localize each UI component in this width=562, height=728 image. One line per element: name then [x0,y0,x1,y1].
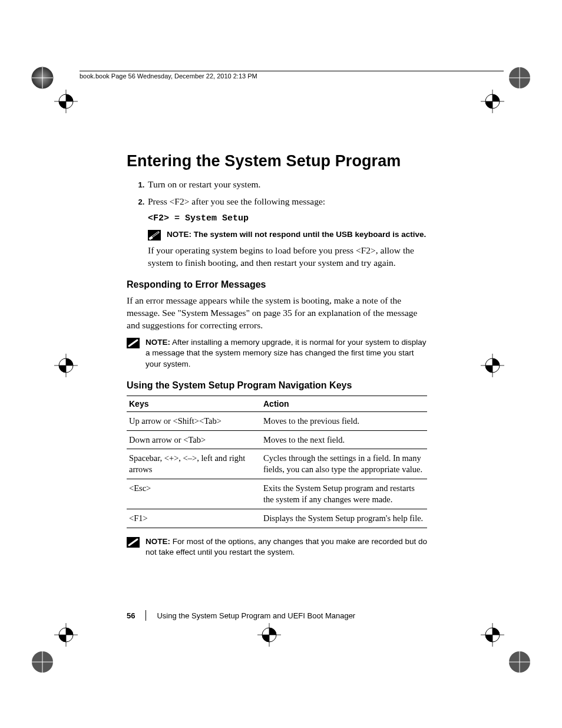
cell-keys: Up arrow or <Shift><Tab> [127,411,261,430]
page-content: Entering the System Setup Program Turn o… [127,152,427,561]
crop-mark-br [497,640,533,675]
note-1: NOTE: The system will not respond until … [148,229,427,241]
nav-keys-table: Keys Action Up arrow or <Shift><Tab> Mov… [127,396,427,528]
cell-keys: Spacebar, <+>, <–>, left and right arrow… [127,449,261,479]
svg-point-22 [59,628,73,642]
heading-nav-keys: Using the System Setup Program Navigatio… [127,380,427,391]
footer-separator [146,610,146,621]
footer-title: Using the System Setup Program and UEFI … [157,611,355,620]
note-icon [148,229,161,241]
note-3-body: NOTE: For most of the options, any chang… [146,536,427,558]
svg-point-0 [32,67,53,88]
note-3-label: NOTE: [146,537,170,546]
note-1-body: NOTE: The system will not respond until … [167,229,426,240]
svg-point-19 [32,651,53,673]
svg-point-31 [485,628,500,642]
table-header-row: Keys Action [127,396,427,411]
cell-action: Cycles through the settings in a field. … [261,449,427,479]
crop-mark-tr [497,65,533,100]
note-2: NOTE: After installing a memory upgrade,… [127,337,427,370]
cell-action: Displays the System Setup program's help… [261,509,427,528]
step-2-text: Press <F2> after you see the following m… [148,196,325,206]
step-1-text: Turn on or restart your system. [148,179,260,189]
step-2: Press <F2> after you see the following m… [147,196,427,269]
crop-mark-tl [29,65,65,100]
note-3-text: For most of the options, any changes tha… [146,537,427,556]
table-row: Spacebar, <+>, <–>, left and right arrow… [127,449,427,479]
page-number: 56 [127,611,135,620]
cell-keys: <F1> [127,509,261,528]
cell-keys: <Esc> [127,479,261,509]
svg-point-7 [509,67,530,88]
step-1: Turn on or restart your system. [147,179,427,191]
col-keys: Keys [127,396,261,411]
crop-registration-tl [53,88,82,118]
crop-registration-br [480,622,509,651]
note-icon [127,536,140,548]
crop-registration-bl [53,622,82,651]
svg-point-28 [509,651,530,673]
table-row: Down arrow or <Tab> Moves to the next fi… [127,430,427,449]
svg-point-1 [32,67,53,88]
steps-list: Turn on or restart your system. Press <F… [127,179,427,269]
crop-registration-ml [53,353,82,382]
svg-point-4 [59,94,73,108]
note-1-text: The system will not respond until the US… [191,230,426,239]
col-action: Action [261,396,427,411]
cell-keys: Down arrow or <Tab> [127,430,261,449]
cell-action: Moves to the previous field. [261,411,427,430]
page-title: Entering the System Setup Program [127,152,427,170]
page-header-strip: book.book Page 56 Wednesday, December 22… [80,71,504,80]
table-row: <Esc> Exits the System Setup program and… [127,479,427,509]
crop-registration-bc [256,622,286,651]
table-row: Up arrow or <Shift><Tab> Moves to the pr… [127,411,427,430]
note-2-text: After installing a memory upgrade, it is… [146,338,426,368]
crop-registration-tr [480,88,509,118]
header-strip-text: book.book Page 56 Wednesday, December 22… [80,73,257,80]
crop-mark-bl [29,640,65,675]
note-2-label: NOTE: [146,338,170,347]
note-2-body: NOTE: After installing a memory upgrade,… [146,337,427,370]
svg-point-13 [59,358,73,373]
step-2-followup: If your operating system begins to load … [148,245,427,269]
svg-point-16 [485,358,500,373]
cell-action: Moves to the next field. [261,430,427,449]
error-paragraph: If an error message appears while the sy… [127,295,427,331]
note-3: NOTE: For most of the options, any chang… [127,536,427,558]
code-line: <F2> = System Setup [148,213,427,225]
note-icon [127,337,140,349]
crop-registration-mr [480,353,509,382]
table-row: <F1> Displays the System Setup program's… [127,509,427,528]
heading-responding-errors: Responding to Error Messages [127,279,427,290]
cell-action: Exits the System Setup program and resta… [261,479,427,509]
svg-point-10 [485,94,500,108]
note-1-label: NOTE: [167,230,191,239]
svg-point-25 [262,628,276,642]
page-footer: 56 Using the System Setup Program and UE… [127,610,427,621]
